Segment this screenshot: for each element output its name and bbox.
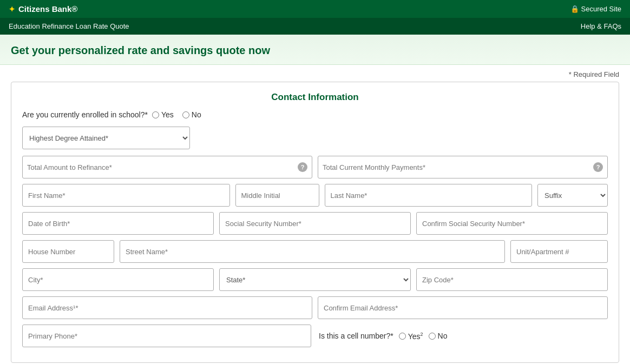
city-input[interactable]	[22, 268, 214, 291]
logo-star: ✦	[9, 5, 15, 14]
confirm-email-input[interactable]	[318, 296, 608, 319]
house-number-input[interactable]	[22, 240, 114, 263]
enrolled-no-label: No	[192, 110, 201, 119]
cell-number-label: Is this a cell number?*	[319, 332, 393, 340]
phone-input[interactable]	[22, 325, 311, 347]
section-title: Contact Information	[22, 92, 608, 103]
address-row	[22, 240, 608, 263]
name-row: Suffix Jr. Sr. II III IV	[22, 184, 608, 207]
cell-no-item[interactable]: No	[429, 332, 448, 340]
cell-yes-label: Yes2	[408, 332, 423, 341]
degree-row: Highest Degree Attained*	[22, 127, 608, 149]
total-refinance-field[interactable]: ?	[22, 156, 312, 178]
state-group: State* ALAKAZAR CACOCTDE FLGAHIID ILINIA…	[219, 268, 411, 291]
ssn-input[interactable]	[219, 212, 411, 235]
unit-group	[510, 240, 608, 263]
phone-row: Is this a cell number?* Yes2 No	[22, 325, 608, 347]
form-container: Contact Information Are you currently en…	[11, 82, 619, 363]
enrolled-yes-radio[interactable]	[152, 111, 159, 118]
dob-group	[22, 212, 214, 235]
state-select[interactable]: State* ALAKAZAR CACOCTDE FLGAHIID ILINIA…	[219, 268, 411, 291]
first-name-input[interactable]	[22, 184, 230, 207]
logo-text: Citizens Bank®	[18, 4, 77, 14]
total-payments-input[interactable]	[323, 163, 593, 171]
cell-no-radio[interactable]	[429, 333, 436, 340]
first-name-group	[22, 184, 230, 207]
last-name-input[interactable]	[325, 184, 533, 207]
street-name-input[interactable]	[120, 240, 505, 263]
zip-group	[416, 268, 608, 291]
total-refinance-input[interactable]	[27, 163, 298, 171]
enrolled-yes-item[interactable]: Yes	[152, 110, 176, 119]
dob-input[interactable]	[22, 212, 214, 235]
help-link[interactable]: Help & FAQs	[581, 22, 621, 30]
hero-heading: Get your personalized rate and savings q…	[11, 44, 619, 57]
confirm-ssn-group	[416, 212, 608, 235]
ssn-group	[219, 212, 411, 235]
street-name-group	[120, 240, 505, 263]
email-row	[22, 296, 608, 319]
enrolled-label: Are you currently enrolled in school?*	[22, 110, 148, 119]
total-payments-field[interactable]: ?	[318, 156, 608, 178]
dob-ssn-row	[22, 212, 608, 235]
house-number-group	[22, 240, 114, 263]
middle-initial-group	[235, 184, 319, 207]
unit-input[interactable]	[510, 240, 608, 263]
confirm-email-group	[318, 296, 608, 319]
confirm-ssn-input[interactable]	[416, 212, 608, 235]
degree-select[interactable]: Highest Degree Attained*	[22, 127, 190, 149]
total-payments-group: ?	[318, 156, 608, 178]
city-group	[22, 268, 214, 291]
total-refinance-group: ?	[22, 156, 312, 178]
zip-input[interactable]	[416, 268, 608, 291]
middle-initial-input[interactable]	[235, 184, 319, 207]
suffix-group: Suffix Jr. Sr. II III IV	[537, 184, 608, 207]
city-state-zip-row: State* ALAKAZAR CACOCTDE FLGAHIID ILINIA…	[22, 268, 608, 291]
total-refinance-help-icon[interactable]: ?	[298, 162, 307, 172]
phone-group	[22, 325, 311, 347]
email-input[interactable]	[22, 296, 312, 319]
bank-logo: ✦ Citizens Bank®	[9, 4, 77, 14]
cell-no-label: No	[438, 332, 448, 340]
header-top: ✦ Citizens Bank® 🔒 Secured Site	[0, 0, 630, 18]
enrolled-row: Are you currently enrolled in school?* Y…	[22, 110, 608, 119]
enrolled-no-radio[interactable]	[182, 111, 189, 118]
required-note: * Required Field	[11, 70, 619, 78]
page-subtitle: Education Refinance Loan Rate Quote	[9, 22, 129, 30]
enrolled-radio-group: Yes No	[152, 110, 204, 119]
enrolled-yes-label: Yes	[161, 110, 174, 119]
main-content: * Required Field Contact Information Are…	[0, 65, 630, 364]
enrolled-no-item[interactable]: No	[182, 110, 204, 119]
secure-site: 🔒 Secured Site	[570, 5, 621, 13]
suffix-select[interactable]: Suffix Jr. Sr. II III IV	[537, 184, 608, 207]
cell-number-group: Is this a cell number?* Yes2 No	[317, 325, 608, 347]
email-group	[22, 296, 312, 319]
hero-banner: Get your personalized rate and savings q…	[0, 35, 630, 65]
total-payments-help-icon[interactable]: ?	[593, 162, 603, 172]
header-sub: Education Refinance Loan Rate Quote Help…	[0, 18, 630, 35]
lock-icon: 🔒	[570, 5, 579, 13]
cell-yes-item[interactable]: Yes2	[399, 332, 423, 341]
last-name-group	[325, 184, 533, 207]
cell-yes-radio[interactable]	[399, 333, 406, 340]
secure-site-label: Secured Site	[581, 5, 621, 13]
totals-row: ? ?	[22, 156, 608, 178]
